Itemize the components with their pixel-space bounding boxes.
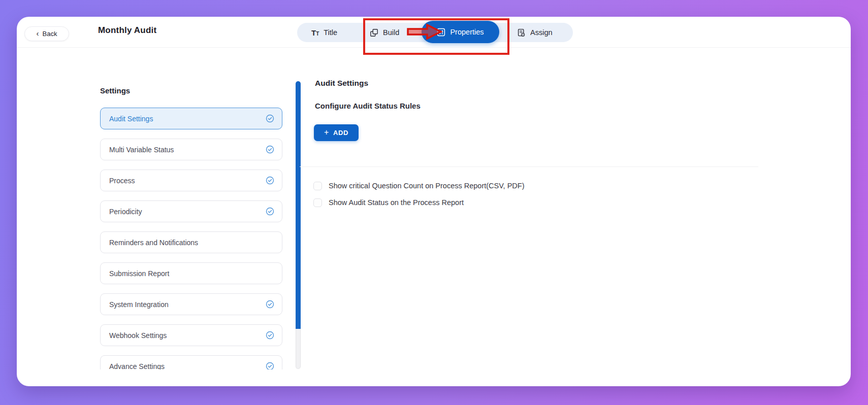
sidebar-scrollbar[interactable]: [296, 81, 301, 369]
assign-icon: [517, 28, 526, 37]
sidebar-settings-list: Audit SettingsMulti Variable StatusProce…: [100, 108, 282, 369]
back-chevron-icon: ‹: [37, 29, 39, 37]
sidebar-item-label: Process: [109, 177, 135, 185]
tab-bar: TTTitleBuildPropertiesAssign: [297, 23, 573, 42]
sidebar-item-multi-variable-status[interactable]: Multi Variable Status: [100, 139, 282, 160]
tab-label: Title: [324, 28, 337, 37]
content-divider: [300, 166, 758, 167]
tab-label: Properties: [450, 28, 484, 36]
page-background: { "header": { "back": { "chevron": "‹", …: [0, 0, 868, 405]
sidebar-item-label: System Integration: [109, 300, 169, 309]
header-divider: [17, 47, 851, 48]
main-card: ‹ Back Monthly Audit TTTitleBuildPropert…: [17, 17, 851, 386]
scrollbar-filled-segment: [296, 81, 301, 329]
check-circle-icon: [266, 362, 274, 369]
checkbox-label: Show Audit Status on the Process Report: [329, 198, 464, 207]
sidebar-item-label: Submission Report: [109, 269, 169, 278]
check-circle-icon: [266, 114, 274, 123]
sidebar-item-audit-settings[interactable]: Audit Settings: [100, 108, 282, 129]
content-section-heading: Audit Settings: [315, 79, 368, 88]
sidebar-item-periodicity[interactable]: Periodicity: [100, 200, 282, 222]
tab-label: Assign: [530, 28, 553, 37]
check-circle-icon: [266, 207, 274, 216]
check-circle-icon: [266, 176, 274, 185]
content-subheading: Configure Audit Status Rules: [315, 102, 421, 110]
sidebar-item-submission-report[interactable]: Submission Report: [100, 262, 282, 284]
tab-assign[interactable]: Assign: [517, 23, 553, 42]
add-button[interactable]: + ADD: [314, 124, 359, 141]
title-icon: TT: [311, 28, 319, 37]
build-icon: [370, 28, 378, 37]
checkbox[interactable]: [313, 198, 322, 207]
checkbox-list: Show critical Question Count on Process …: [313, 181, 524, 208]
sidebar-item-label: Periodicity: [109, 208, 142, 216]
back-button[interactable]: ‹ Back: [24, 26, 69, 41]
tab-label: Build: [383, 28, 399, 37]
sidebar-item-label: Webhook Settings: [109, 331, 167, 340]
sidebar-item-label: Audit Settings: [109, 115, 153, 123]
scrollbar-thumb[interactable]: [296, 329, 301, 369]
sidebar-item-label: Multi Variable Status: [109, 146, 174, 154]
add-button-label: ADD: [333, 129, 348, 137]
sidebar-item-webhook-settings[interactable]: Webhook Settings: [100, 324, 282, 346]
check-circle-icon: [266, 300, 274, 309]
checkbox-label: Show critical Question Count on Process …: [329, 182, 524, 190]
checkbox-row-show-audit-status-on-the-process-report[interactable]: Show Audit Status on the Process Report: [313, 197, 524, 208]
sidebar-item-reminders-and-notifications[interactable]: Reminders and Notifications: [100, 231, 282, 253]
back-button-label: Back: [43, 30, 57, 38]
tab-title[interactable]: TTTitle: [311, 23, 337, 42]
tab-build[interactable]: Build: [370, 23, 399, 42]
sidebar-item-process[interactable]: Process: [100, 170, 282, 191]
page-title: Monthly Audit: [98, 25, 156, 36]
checkbox[interactable]: [313, 182, 322, 190]
sidebar-item-label: Advance Settings: [109, 362, 165, 370]
properties-icon: [437, 28, 445, 37]
check-circle-icon: [266, 145, 274, 154]
tab-properties[interactable]: Properties: [422, 21, 499, 43]
sidebar-item-system-integration[interactable]: System Integration: [100, 293, 282, 315]
sidebar-item-advance-settings[interactable]: Advance Settings: [100, 355, 282, 369]
plus-icon: +: [324, 128, 329, 137]
sidebar-item-label: Reminders and Notifications: [109, 239, 198, 247]
sidebar-heading: Settings: [100, 86, 130, 95]
check-circle-icon: [266, 331, 274, 340]
checkbox-row-show-critical-question-count-on-process-[interactable]: Show critical Question Count on Process …: [313, 181, 524, 191]
